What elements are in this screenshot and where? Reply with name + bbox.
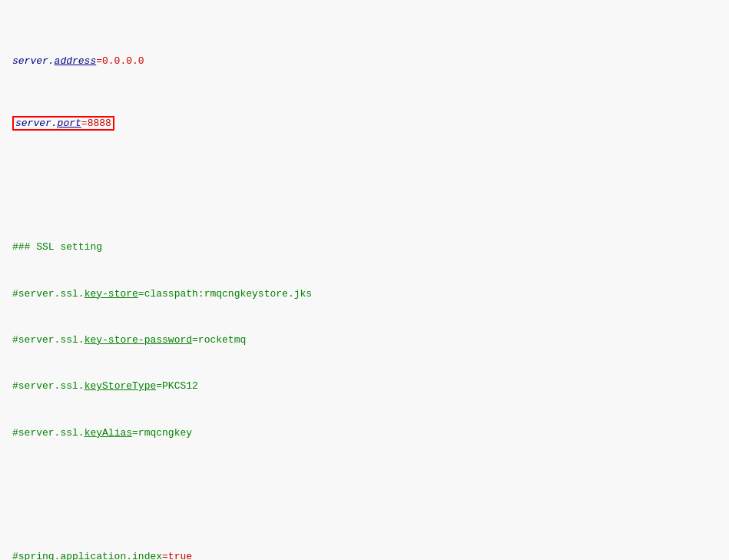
- key-server: server.address: [12, 55, 96, 67]
- line-ssl-keyalias: #server.ssl.keyAlias=rmqcngkey: [12, 426, 717, 441]
- blank-1: [12, 178, 717, 194]
- line-ssl-keystoretype: #server.ssl.keyStoreType=PKCS12: [12, 379, 717, 394]
- code-editor: server.address=0.0.0.0 server.port=8888 …: [12, 8, 717, 560]
- val-address: =0.0.0.0: [96, 55, 144, 67]
- line-ssl-comment: ### SSL setting: [12, 240, 717, 255]
- box-port: server.port=8888: [12, 116, 114, 131]
- blank-2: [12, 487, 717, 502]
- line-ssl-keystore: #server.ssl.key-store=classpath:rmqcngke…: [12, 287, 717, 302]
- line-server-address: server.address=0.0.0.0: [12, 54, 717, 69]
- line-spring-index: #spring.application.index=true: [12, 549, 717, 560]
- line-ssl-password: #server.ssl.key-store-password=rocketmq: [12, 333, 717, 348]
- line-server-port: server.port=8888: [12, 116, 717, 131]
